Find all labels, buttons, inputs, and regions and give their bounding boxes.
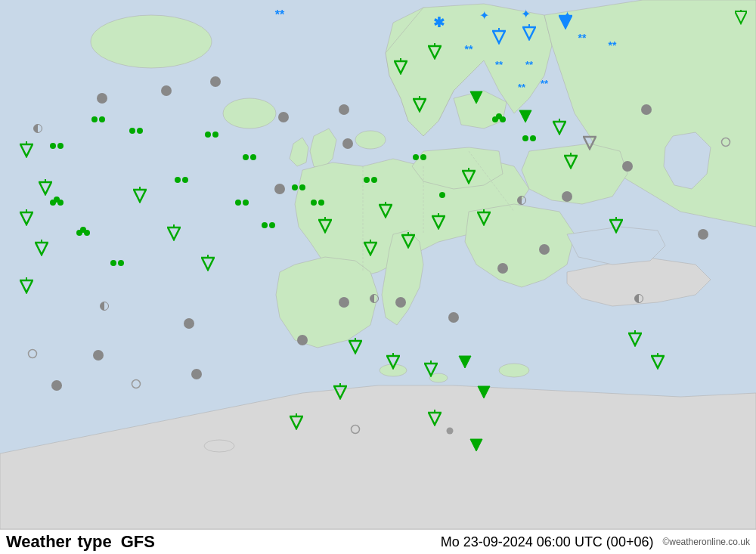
info-bar: Weather type GFS Mo 23-09-2024 06:00 UTC… — [0, 529, 756, 554]
snow-3: ** — [609, 39, 617, 52]
model-label: GFS — [121, 532, 155, 552]
rain-blue-1 — [522, 24, 536, 44]
fog-9 — [93, 350, 104, 361]
svg-point-19 — [129, 128, 135, 134]
rain-dot-2 — [90, 113, 107, 128]
svg-marker-23 — [20, 212, 33, 224]
svg-marker-112 — [565, 156, 577, 168]
rain-17 — [469, 88, 483, 108]
svg-point-54 — [299, 184, 305, 190]
svg-marker-98 — [478, 386, 490, 398]
svg-point-5 — [499, 364, 529, 377]
svg-point-51 — [262, 222, 268, 228]
rain-18 — [519, 107, 532, 127]
svg-point-1 — [91, 15, 212, 68]
rain-15 — [428, 43, 442, 63]
svg-marker-57 — [319, 220, 331, 232]
svg-point-20 — [137, 128, 143, 134]
rain-dot-14 — [362, 174, 379, 189]
snow-1: ** — [465, 42, 473, 56]
svg-point-53 — [292, 184, 298, 190]
rain-dot-17 — [491, 113, 507, 128]
svg-point-35 — [110, 260, 116, 266]
svg-point-6 — [204, 440, 234, 452]
half-3 — [370, 294, 379, 303]
svg-marker-37 — [134, 190, 146, 202]
svg-marker-106 — [629, 333, 641, 345]
fog-16 — [497, 263, 508, 274]
svg-marker-45 — [168, 227, 180, 240]
svg-marker-69 — [414, 99, 426, 111]
snow-7: ** — [541, 76, 548, 90]
snow-2: ** — [578, 31, 587, 45]
fog-22 — [447, 428, 454, 435]
svg-point-87 — [530, 135, 536, 141]
svg-marker-91 — [349, 341, 361, 353]
rain-29 — [469, 436, 483, 456]
rain-dot-13 — [309, 197, 326, 212]
rain-symbol-far-right — [735, 10, 747, 28]
snow-4: ** — [495, 57, 503, 71]
rain-26 — [333, 383, 347, 403]
rain-dot-11 — [260, 219, 277, 234]
fog-19 — [622, 161, 633, 172]
svg-marker-25 — [36, 243, 48, 255]
svg-point-52 — [269, 222, 275, 228]
bottom-left: Weather type GFS — [6, 532, 155, 552]
svg-marker-103 — [429, 413, 441, 425]
fog-2 — [161, 85, 172, 96]
rain-16 — [492, 28, 506, 48]
rain-1 — [20, 141, 33, 161]
rain-dot-1 — [48, 140, 65, 155]
rain-dot-3 — [128, 125, 144, 140]
rain-33 — [564, 153, 578, 172]
bottom-right: Mo 23-09-2024 06:00 UTC (00+06) ©weather… — [441, 534, 750, 550]
svg-point-60 — [371, 177, 377, 183]
open-circle-3 — [350, 424, 361, 438]
weather-label: Weather — [6, 532, 71, 552]
rain-dot-9 — [241, 151, 258, 166]
rain-dot-18 — [521, 132, 538, 147]
fog-12 — [297, 335, 308, 345]
svg-marker-95 — [425, 364, 437, 376]
open-circle-2 — [131, 379, 141, 392]
half-4 — [517, 196, 526, 205]
rain-blue-2 — [559, 13, 572, 32]
svg-point-2 — [223, 98, 276, 128]
svg-marker-99 — [334, 386, 346, 398]
svg-point-49 — [235, 200, 241, 206]
half-5 — [634, 294, 643, 303]
rain-4 — [35, 240, 48, 259]
type-label: type — [77, 532, 111, 552]
svg-marker-63 — [402, 235, 414, 247]
rain-dot-16 — [438, 189, 454, 204]
rain-dot-8 — [203, 128, 220, 144]
svg-marker-85 — [519, 110, 531, 122]
svg-marker-101 — [290, 416, 302, 429]
svg-point-59 — [364, 177, 370, 183]
snow-symbol-2: ✱ — [433, 14, 445, 31]
rain-30 — [628, 330, 642, 350]
rain-13 — [394, 58, 407, 78]
fog-6 — [342, 138, 353, 149]
rain-21 — [349, 338, 362, 357]
svg-point-120 — [29, 350, 37, 358]
svg-point-74 — [420, 154, 426, 160]
snow-symbol-4: ✦ — [521, 7, 531, 21]
svg-marker-81 — [470, 91, 482, 104]
rain-dot-4 — [48, 197, 65, 212]
svg-point-39 — [175, 177, 181, 183]
svg-marker-110 — [610, 220, 622, 232]
svg-marker-105 — [470, 439, 482, 451]
svg-point-123 — [722, 138, 730, 147]
svg-point-50 — [243, 200, 249, 206]
rain-20 — [583, 134, 596, 153]
open-circle-1 — [27, 348, 38, 362]
svg-marker-93 — [387, 356, 399, 368]
svg-point-34 — [80, 227, 86, 233]
svg-point-41 — [205, 132, 211, 138]
fog-7 — [274, 184, 285, 194]
rain-31 — [651, 353, 665, 373]
svg-marker-80 — [559, 16, 572, 28]
fog-17 — [539, 244, 550, 255]
